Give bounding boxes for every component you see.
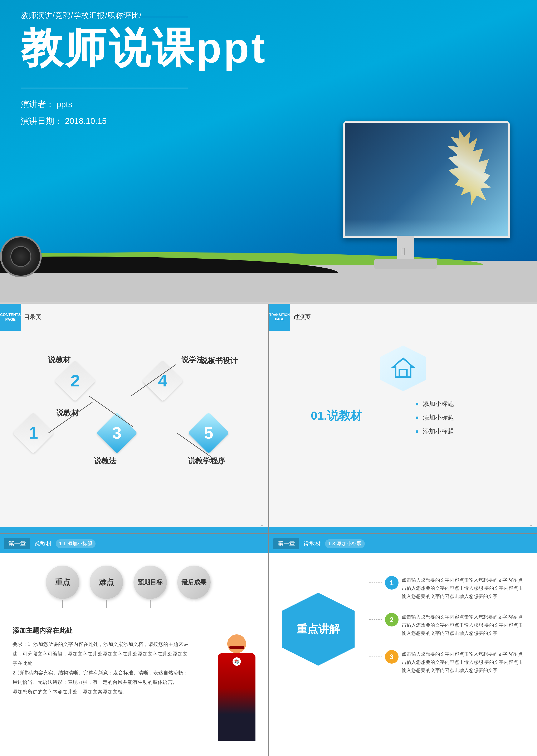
screen-gradient (345, 219, 508, 236)
slides-grid: CONTENTS PAGE 目录页 1 说教材 2 说教材 (0, 304, 537, 756)
monitor-screen (343, 121, 510, 238)
tag-line2: PAGE (275, 317, 284, 321)
bottom-bar (269, 527, 537, 533)
chapter-header: 第一章 说教材 1.1 添加小标题 (0, 534, 268, 553)
hexagon-shape (380, 345, 426, 391)
presenter-line: 演讲者： ppts (21, 96, 106, 113)
transition-tag: TRANSITION PAGE (269, 304, 290, 331)
line1 (48, 402, 93, 434)
page-num: 4 (260, 755, 264, 756)
hexagon-text: 重点讲解 (297, 622, 340, 637)
chapter-header: 第一章 说教材 1.3 添加小标题 (269, 534, 537, 553)
apple-logo:  (401, 245, 405, 258)
monitor-stand (397, 236, 414, 261)
date-value: 2018.10.15 (65, 116, 106, 126)
text-content: 添加主题内容在此处 要求：1. 添加您所讲的文字内容在此处，添加文案添加文档，请… (13, 626, 190, 696)
tag-line1: CONTENTS (0, 313, 21, 317)
bullet-1: ● 添加小标题 (415, 399, 454, 408)
key-hexagon: 重点讲解 (282, 593, 355, 666)
tag-line2: PAGE (5, 317, 16, 322)
date-label: 演讲日期： (21, 116, 62, 126)
svg-rect-1 (399, 369, 407, 377)
presenter-label: 演讲者： (21, 100, 54, 109)
numbered-items: 1 点击输入您想要的文字内容点击输入您想要的文字内容 点击输入您想要的文字内容点… (369, 576, 526, 674)
feather-icon (434, 123, 505, 214)
circle-2: 难点 (90, 566, 123, 609)
figure-body: 📚 (218, 653, 256, 741)
presenter-info: 演讲者： ppts 演讲日期： 2018.10.15 (21, 96, 106, 129)
slide3-main-title: 01.说教材 (311, 408, 362, 424)
label-blackboard: 说板书设计 (200, 356, 238, 366)
teacher-figure: 📚 (210, 634, 264, 755)
label-2: 说教材 (48, 355, 70, 365)
slide-4: 第一章 说教材 1.1 添加小标题 重点 难点 预期目标 最后成果 (0, 534, 268, 756)
circle-1: 重点 (46, 566, 79, 609)
figure-head (227, 634, 246, 653)
date-line: 演讲日期： 2018.10.15 (21, 113, 106, 129)
speaker (0, 236, 42, 277)
item-3: 3 点击输入您想要的文字内容点击输入您想要的文字内容 点击输入您想要的文字内容点… (369, 650, 526, 674)
item-2: 2 点击输入您想要的文字内容点击输入您想要的文字内容 点击输入您想要的文字内容点… (369, 613, 526, 637)
chapter-tag: 第一章 (4, 538, 30, 549)
monitor-base (374, 259, 437, 269)
house-icon (391, 356, 416, 381)
contents-map: 1 说教材 2 说教材 3 说教法 4 (13, 345, 263, 491)
slide3-title-block: 01.说教材 (311, 408, 362, 424)
title-line (21, 88, 188, 88)
item-text-1: 点击输入您想要的文字内容点击输入您想要的文字内容 点击输入您想要的文字内容点击输… (402, 576, 526, 601)
circle-3: 预期目标 (134, 566, 167, 609)
slide-3: TRANSITION PAGE 过渡页 01.说教材 ● 添加小标题 ● (269, 304, 537, 533)
label-1: 说教材 (56, 408, 79, 418)
slide-1: 教师演讲/竞聘/学校汇报/职称评比/ 教师说课ppt 演讲者： ppts 演讲日… (0, 0, 537, 302)
item-text-3: 点击输入您想要的文字内容点击输入您想要的文字内容 点击输入您想要的文字内容点击输… (402, 650, 526, 674)
page-num: 5 (529, 755, 533, 756)
item-text-2: 点击输入您想要的文字内容点击输入您想要的文字内容 点击输入您想要的文字内容点击输… (402, 613, 526, 637)
contents-tag: CONTENTS PAGE (0, 304, 21, 331)
page-label: 目录页 (24, 313, 42, 321)
content-text: 要求：1. 添加您所讲的文字内容在此处，添加文案添加文档，请按您的主题来讲述，可… (13, 639, 190, 696)
label-5: 说教学程序 (188, 456, 225, 466)
monitor-graphic:  (333, 121, 520, 277)
slide-2: CONTENTS PAGE 目录页 1 说教材 2 说教材 (0, 304, 268, 533)
circle-4: 最后成果 (177, 566, 211, 609)
page-label: 过渡页 (293, 313, 311, 321)
slide-5: 第一章 说教材 1.3 添加小标题 重点讲解 1 点击输入您想要的文字内容点击输… (269, 534, 537, 756)
chapter-tag: 第一章 (273, 538, 299, 549)
svg-marker-0 (393, 358, 413, 377)
content-title: 添加主题内容在此处 (13, 626, 190, 635)
label-3: 说教法 (94, 456, 116, 466)
bottom-bar (0, 527, 268, 533)
subtitle: 教师演讲/竞聘/学校汇报/职称评比/ (21, 11, 142, 21)
chapter-subject: 说教材 (304, 540, 321, 548)
main-title: 教师说课ppt (21, 25, 267, 71)
chapter-subject: 说教材 (34, 540, 52, 548)
speaker-inner (11, 246, 31, 267)
presenter-value: ppts (57, 100, 72, 109)
bullet-3: ● 添加小标题 (415, 427, 454, 436)
item-1: 1 点击输入您想要的文字内容点击输入您想要的文字内容 点击输入您想要的文字内容点… (369, 576, 526, 601)
bullets-container: ● 添加小标题 ● 添加小标题 ● 添加小标题 (415, 399, 454, 436)
breadcrumb: 1.3 添加小标题 (325, 539, 365, 548)
bullet-2: ● 添加小标题 (415, 413, 454, 422)
hexagon-container (380, 345, 426, 391)
circles-container: 重点 难点 预期目标 最后成果 (46, 566, 211, 609)
tag-line1: TRANSITION (269, 313, 290, 317)
breadcrumb: 1.1 添加小标题 (56, 539, 96, 548)
